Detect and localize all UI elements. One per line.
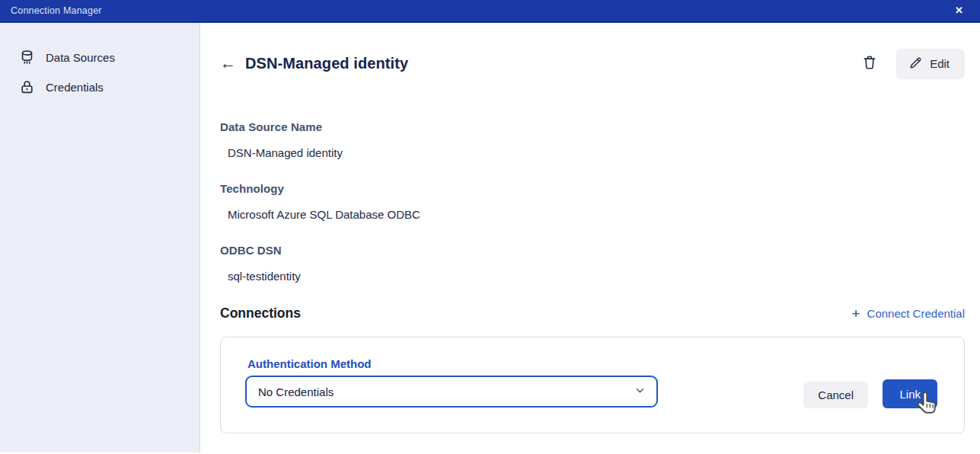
pencil-icon bbox=[908, 56, 923, 72]
connections-header: Connections + Connect Credential bbox=[220, 305, 965, 321]
field-value: sql-testidentity bbox=[228, 270, 965, 283]
field-data-source-name: Data Source Name DSN-Managed identity bbox=[220, 120, 965, 159]
connection-card: Authentication Method No Credentials Can… bbox=[220, 337, 965, 433]
field-odbc-dsn: ODBC DSN sql-testidentity bbox=[220, 244, 965, 283]
field-label: ODBC DSN bbox=[220, 244, 965, 257]
lock-icon bbox=[19, 79, 35, 95]
close-icon[interactable]: ✕ bbox=[949, 0, 969, 21]
window-title: Connection Manager bbox=[11, 5, 102, 16]
connection-manager-dialog: Connection Manager ✕ Data Sources bbox=[0, 0, 980, 454]
detail-fields: Data Source Name DSN-Managed identity Te… bbox=[220, 120, 965, 283]
connect-credential-label: Connect Credential bbox=[867, 307, 965, 320]
delete-button[interactable] bbox=[858, 51, 881, 76]
field-value: DSN-Managed identity bbox=[228, 146, 965, 159]
edit-button[interactable]: Edit bbox=[896, 49, 965, 79]
field-label: Technology bbox=[220, 182, 965, 195]
main-panel: ← DSN-Managed identity bbox=[200, 23, 980, 452]
cancel-button[interactable]: Cancel bbox=[803, 382, 868, 408]
detail-header: ← DSN-Managed identity bbox=[220, 48, 965, 79]
sidebar-item-data-sources[interactable]: Data Sources bbox=[0, 43, 200, 72]
sidebar-item-label: Data Sources bbox=[46, 51, 115, 64]
back-arrow-icon[interactable]: ← bbox=[220, 55, 236, 71]
sidebar-item-credentials[interactable]: Credentials bbox=[0, 72, 200, 102]
titlebar: Connection Manager ✕ bbox=[0, 0, 980, 23]
connect-credential-link[interactable]: + Connect Credential bbox=[851, 306, 965, 321]
plus-icon: + bbox=[851, 306, 860, 321]
trash-icon bbox=[861, 54, 878, 73]
auth-method-selected-value: No Credentials bbox=[258, 385, 334, 398]
auth-method-select[interactable]: No Credentials bbox=[245, 376, 658, 408]
field-technology: Technology Microsoft Azure SQL Database … bbox=[220, 182, 965, 221]
link-button[interactable]: Link bbox=[883, 379, 937, 408]
sidebar: Data Sources Credentials bbox=[0, 23, 200, 452]
edit-button-label: Edit bbox=[930, 57, 950, 70]
sidebar-item-label: Credentials bbox=[46, 81, 104, 94]
field-value: Microsoft Azure SQL Database ODBC bbox=[228, 208, 965, 221]
page-title: DSN-Managed identity bbox=[245, 55, 408, 72]
auth-method-label: Authentication Method bbox=[247, 357, 371, 370]
connections-heading: Connections bbox=[220, 305, 301, 321]
database-icon bbox=[19, 50, 35, 66]
chevron-down-icon bbox=[634, 385, 646, 399]
field-label: Data Source Name bbox=[220, 120, 965, 133]
